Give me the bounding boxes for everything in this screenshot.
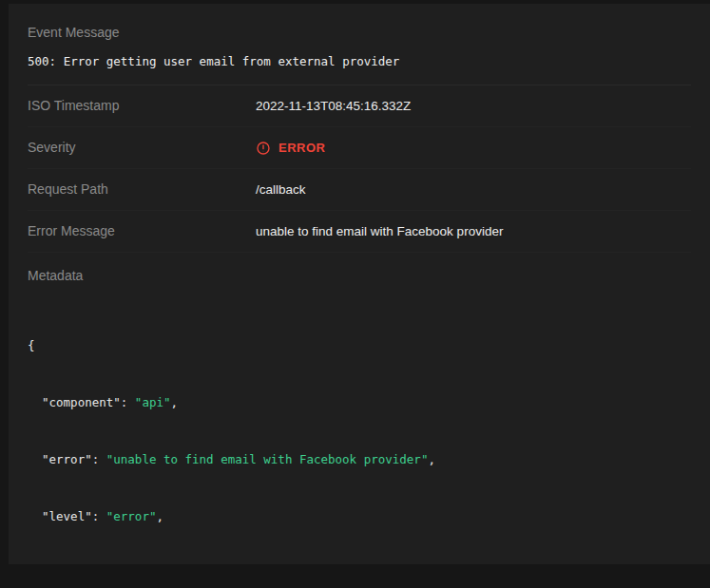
json-value: "api" — [135, 395, 171, 409]
field-row-iso-timestamp: ISO Timestamp 2022-11-13T08:45:16.332Z — [28, 85, 691, 127]
json-open-brace: { — [28, 336, 691, 355]
json-value: "error" — [106, 509, 157, 523]
request-path-label: Request Path — [28, 181, 256, 198]
error-message-value: unable to find email with Facebook provi… — [256, 224, 503, 238]
json-key: "level" — [42, 509, 92, 523]
json-comma: , — [171, 395, 179, 409]
event-message-value: 500: Error getting user email from exter… — [28, 54, 691, 68]
json-separator: : — [121, 395, 135, 409]
metadata-json-block: { "component": "api", "error": "unable t… — [28, 298, 691, 564]
iso-timestamp-label: ISO Timestamp — [28, 98, 256, 114]
log-detail-panel: Event Message 500: Error getting user em… — [9, 4, 710, 564]
json-comma: , — [156, 509, 163, 523]
severity-badge: ERROR — [256, 141, 325, 156]
field-row-request-path: Request Path /callback — [28, 169, 691, 211]
json-key: "error" — [42, 452, 92, 466]
event-message-section: Event Message 500: Error getting user em… — [28, 4, 691, 85]
json-key: "component" — [42, 395, 121, 409]
iso-timestamp-value: 2022-11-13T08:45:16.332Z — [256, 99, 411, 113]
json-line-component: "component": "api", — [28, 393, 691, 412]
severity-label: Severity — [28, 140, 256, 156]
metadata-label: Metadata — [28, 268, 691, 284]
json-separator: : — [92, 509, 106, 523]
alert-circle-icon — [256, 141, 271, 156]
json-separator: : — [92, 452, 106, 466]
field-row-error-message: Error Message unable to find email with … — [28, 211, 691, 253]
error-message-label: Error Message — [28, 223, 256, 239]
field-row-severity: Severity ERROR — [28, 127, 691, 169]
event-message-label: Event Message — [28, 25, 691, 41]
severity-value: ERROR — [278, 141, 325, 155]
json-comma: , — [428, 452, 435, 466]
request-path-value: /callback — [256, 182, 306, 197]
json-line-error: "error": "unable to find email with Face… — [28, 450, 691, 469]
json-value: "unable to find email with Facebook prov… — [106, 452, 429, 466]
metadata-section: Metadata { "component": "api", "error": … — [28, 253, 691, 564]
json-line-level: "level": "error", — [28, 507, 691, 526]
